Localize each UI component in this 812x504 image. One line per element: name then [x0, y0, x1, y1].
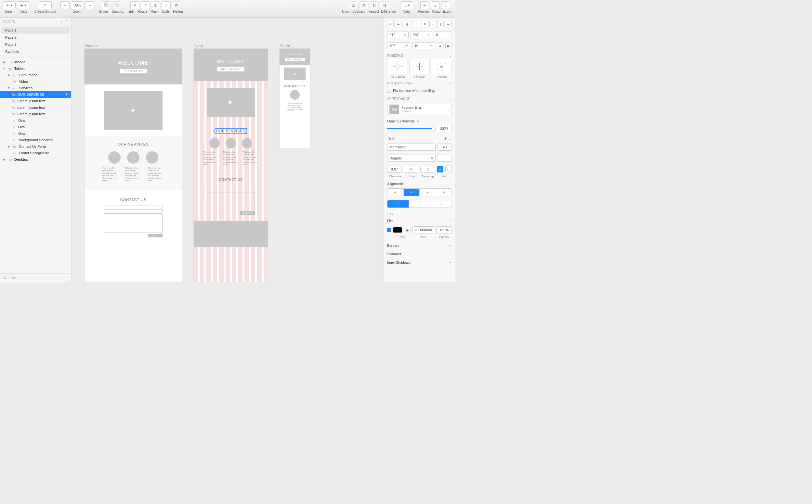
distribute-v-button[interactable]: ═ — [445, 21, 451, 27]
zoom-in-button[interactable]: ＋ — [85, 1, 94, 9]
opacity-slider[interactable] — [387, 128, 434, 129]
layer-row-text[interactable]: AaLorem ipsum text — [0, 104, 71, 111]
align-center-v-button[interactable]: ⇕ — [422, 21, 428, 27]
create-symbol-button[interactable]: ⟳ — [39, 1, 52, 9]
mask-button[interactable]: ◐ — [151, 1, 160, 9]
artboard-label[interactable]: Tablet — [194, 44, 268, 47]
page-row[interactable]: Page 1 — [1, 27, 70, 34]
page-row[interactable]: Page 2 — [0, 34, 71, 41]
layer-row-footer[interactable]: ▭Footer Background — [0, 150, 71, 156]
flatten-button[interactable]: ⬒ — [172, 1, 181, 9]
font-family-select[interactable]: Montserrat⌄ — [387, 144, 436, 151]
layer-row-hero[interactable]: ▶▭Hero Image — [0, 72, 71, 78]
collapse-pages-icon[interactable]: ⌃ — [65, 19, 68, 24]
ungroup-button[interactable] — [112, 1, 121, 9]
h-align-seg[interactable]: ≡≡≡≡ — [387, 188, 452, 196]
chevron-down-icon[interactable]: ⌄ — [449, 212, 452, 216]
gear-icon[interactable]: ⚙ — [444, 137, 447, 140]
fix-size-control[interactable] — [409, 59, 429, 74]
zoom-out-button[interactable]: − — [60, 1, 70, 9]
layer-row-oval[interactable]: ○Oval — [0, 117, 71, 124]
chevron-down-icon[interactable]: ⌄ — [449, 137, 452, 140]
preview-button[interactable]: ▶ — [420, 1, 429, 9]
align-center-h-button[interactable]: ⇔ — [395, 21, 401, 27]
y-input[interactable]: 997Y — [411, 31, 432, 38]
layer-row-text[interactable]: AaLorem ipsum text — [0, 111, 71, 117]
width-input[interactable]: 306W — [387, 42, 410, 49]
align-bottom-button[interactable]: ⤓ — [429, 21, 436, 27]
flip-v-button[interactable]: ▶ — [445, 43, 452, 49]
difference-button[interactable]: ◨ — [380, 1, 389, 9]
artboard-label[interactable]: Mobile — [280, 44, 310, 47]
layer-row-our-services[interactable]: AaOUR SERVICES👁 — [0, 91, 71, 98]
height-input[interactable]: 49H — [412, 42, 435, 49]
artboard-label[interactable]: Desktop — [84, 44, 182, 47]
add-page-icon[interactable]: ＋ — [60, 19, 63, 24]
group-button[interactable] — [102, 1, 111, 9]
fix-scroll-checkbox[interactable] — [387, 89, 391, 93]
line-height-input[interactable]: 49 — [404, 166, 418, 173]
zoom-value[interactable]: 30% — [71, 1, 84, 9]
layer-row-desktop[interactable]: ▶▭Desktop — [0, 156, 71, 163]
cloud-button[interactable]: ☁ — [431, 1, 440, 9]
layer-row-bg-services[interactable]: ▭Background Services — [0, 137, 71, 143]
pin-edges-control[interactable] — [387, 59, 407, 74]
layer-row-contact[interactable]: ▶▭Contact Us Form — [0, 143, 71, 150]
distribute-h-button[interactable]: ‖ — [437, 21, 444, 27]
view-button[interactable]: ▭ ▾ — [400, 1, 413, 9]
layer-row-mobile[interactable]: ▶▭Mobile — [0, 59, 71, 65]
artboard-mobile[interactable]: WELCOMEGET STARTED OUR SERVICES This is … — [280, 49, 310, 148]
align-right-button[interactable]: ⇥| — [403, 21, 409, 27]
add-icon[interactable]: ＋ — [449, 81, 452, 85]
layer-row-tablet[interactable]: ▼▭Tablet — [0, 65, 71, 72]
visibility-icon[interactable]: 👁 — [65, 93, 69, 96]
rotation-input[interactable]: 0° — [434, 31, 452, 38]
opacity-input[interactable]: 100% — [436, 125, 452, 132]
para-spacing-input[interactable]: 0 — [420, 166, 435, 173]
filter-input[interactable]: ⚙Filter — [0, 273, 71, 282]
v-align-seg[interactable]: ⤒⇕⤓ — [387, 200, 452, 208]
layer-row-video[interactable]: ⟳Video — [0, 78, 71, 85]
page-row[interactable]: Symbols — [0, 48, 71, 55]
export-button[interactable]: ⇪ — [441, 1, 450, 9]
layer-row-services[interactable]: ▼▭Services — [0, 85, 71, 91]
intersect-button[interactable]: ◧ — [370, 1, 379, 9]
insert-button[interactable]: ＋ ▾ — [3, 1, 16, 9]
layer-row-text[interactable]: AaLorem ipsum text — [0, 98, 71, 104]
text-style-picker[interactable]: Aa Header Text*Styles/ ⌄ — [387, 104, 452, 115]
add-icon[interactable]: ＋ — [449, 219, 452, 223]
artboard-tablet[interactable]: WELCOMEGET STARTED OUR SERVICES This is … — [194, 49, 268, 282]
add-icon[interactable]: ＋ — [449, 243, 452, 248]
color-well[interactable] — [438, 155, 452, 162]
align-left-button[interactable]: |⇤ — [387, 21, 394, 27]
fill-enabled-checkbox[interactable] — [387, 228, 391, 232]
scale-button[interactable]: ⤢ — [161, 1, 171, 9]
edit-button[interactable]: A — [130, 1, 139, 9]
selected-text-layer[interactable]: OUR SERVICES — [215, 129, 246, 133]
chevron-down-icon[interactable]: ⌄ — [449, 54, 452, 57]
subtract-button[interactable]: ⬔ — [359, 1, 368, 9]
text-auto-width-button[interactable]: ↔ — [437, 166, 443, 172]
x-input[interactable]: 212X — [387, 31, 409, 38]
rotate-button[interactable]: ⟲ — [141, 1, 150, 9]
flip-h-button[interactable]: ▲ — [437, 43, 443, 49]
char-spacing-input[interactable]: 0.07 — [387, 166, 402, 173]
page-row[interactable]: Page 3 — [0, 41, 71, 48]
data-button[interactable]: ◈ ▾ — [17, 1, 30, 9]
fill-opacity-input[interactable]: 100% — [436, 226, 452, 233]
add-icon[interactable]: ＋ — [449, 260, 452, 265]
union-button[interactable]: ⬓ — [349, 1, 358, 9]
align-top-button[interactable]: ⤒ — [414, 21, 420, 27]
add-icon[interactable]: ＋ — [449, 252, 452, 256]
artboard-desktop[interactable]: WELCOMEGET STARTED OUR SERVICES This is … — [84, 49, 182, 282]
font-weight-select[interactable]: Regular⇅ — [387, 155, 436, 162]
font-size-input[interactable]: 40 — [438, 144, 452, 151]
canvas[interactable]: Desktop WELCOMEGET STARTED OUR SERVICES … — [71, 18, 384, 282]
text-fixed-button[interactable]: ▭ — [445, 166, 452, 172]
layer-row-oval[interactable]: ○Oval — [0, 124, 71, 130]
fill-type-button[interactable]: ◉ — [404, 227, 411, 233]
chevron-down-icon[interactable]: ⌄ — [449, 97, 452, 101]
hex-input[interactable]: #000000 — [412, 226, 434, 233]
layer-row-oval[interactable]: ○Oval — [0, 130, 71, 137]
fill-color-swatch[interactable] — [393, 227, 402, 233]
